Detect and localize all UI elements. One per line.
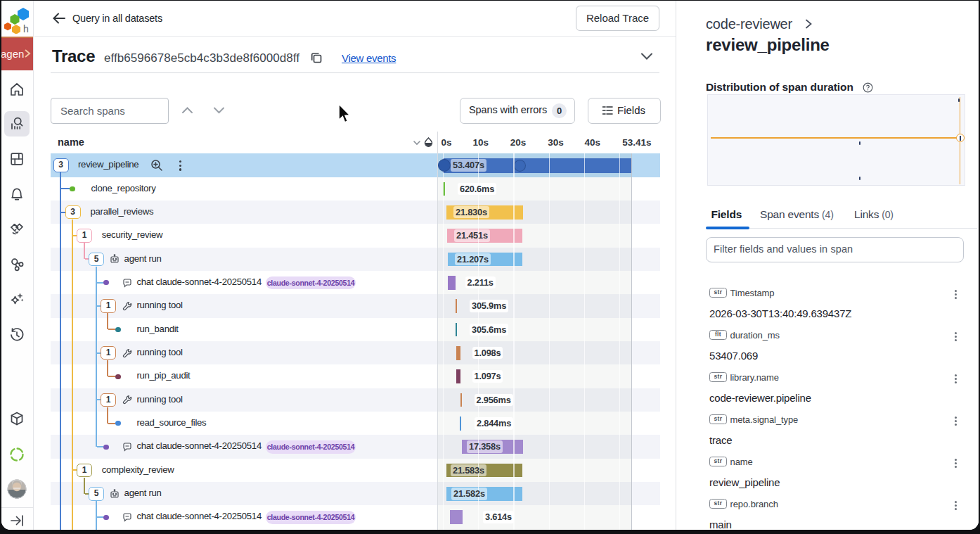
svg-text:h: h bbox=[23, 23, 29, 34]
